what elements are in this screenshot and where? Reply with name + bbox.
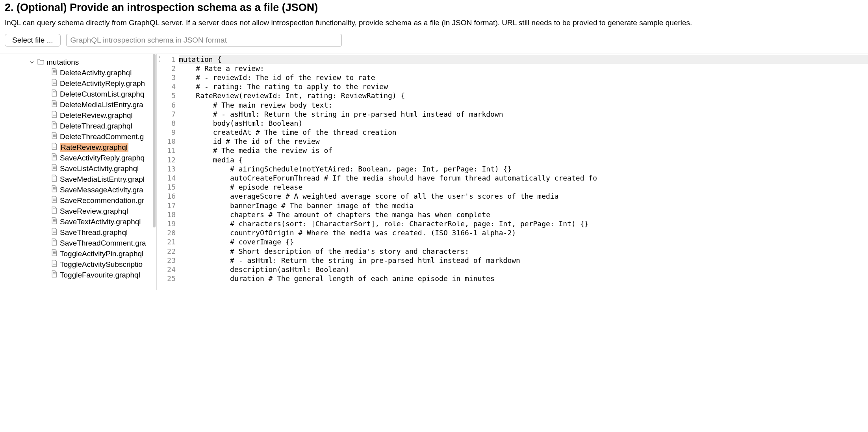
- tree-item-label: DeleteThread.graphql: [60, 122, 132, 130]
- code-editor-pane[interactable]: 1234567891011121314151617181920212223242…: [162, 54, 868, 290]
- line-number: 14: [162, 173, 176, 182]
- file-icon: [51, 132, 57, 142]
- tree-item-label: SaveReview.graphql: [60, 207, 128, 216]
- tree-item[interactable]: DeleteThreadComment.g: [0, 132, 156, 142]
- code-line[interactable]: # The media the review is of: [179, 146, 868, 155]
- schema-file-input[interactable]: [66, 34, 342, 47]
- line-number: 9: [162, 128, 176, 137]
- code-line[interactable]: # - reviewId: The id of the review to ra…: [179, 73, 868, 82]
- tree-item-label: SaveActivityReply.graphq: [60, 154, 145, 162]
- code-line[interactable]: RateReview(reviewId: Int, rating: Review…: [179, 91, 868, 100]
- file-icon: [51, 164, 57, 173]
- line-number: 7: [162, 110, 176, 119]
- tree-item[interactable]: SaveThreadComment.gra: [0, 238, 156, 249]
- tree-item-label: SaveMessageActivity.gra: [60, 186, 143, 194]
- file-icon: [51, 68, 57, 78]
- tree-item[interactable]: SaveMessageActivity.gra: [0, 185, 156, 196]
- code-line[interactable]: # episode release: [179, 182, 868, 192]
- tree-item[interactable]: ToggleActivityPin.graphql: [0, 249, 156, 259]
- file-icon: [51, 196, 57, 205]
- code-line[interactable]: duration # The general length of each an…: [179, 274, 868, 283]
- section-heading: 2. (Optional) Provide an introspection s…: [5, 0, 863, 14]
- pane-splitter[interactable]: ‹ ›: [157, 54, 162, 290]
- main-split-pane: mutations DeleteActivity.graphqlDeleteAc…: [0, 54, 868, 290]
- file-tree-pane[interactable]: mutations DeleteActivity.graphqlDeleteAc…: [0, 54, 157, 290]
- line-number: 19: [162, 219, 176, 228]
- code-content[interactable]: mutation { # Rate a review: # - reviewId…: [179, 54, 868, 290]
- tree-scrollbar[interactable]: [153, 54, 156, 227]
- tree-item[interactable]: SaveRecommendation.gr: [0, 196, 156, 206]
- code-line[interactable]: body(asHtml: Boolean): [179, 119, 868, 128]
- tree-item[interactable]: DeleteReview.graphql: [0, 110, 156, 121]
- chevron-down-icon[interactable]: [30, 60, 35, 65]
- tree-item[interactable]: SaveActivityReply.graphq: [0, 153, 156, 164]
- line-number: 8: [162, 119, 176, 128]
- line-number: 10: [162, 137, 176, 146]
- line-number: 1: [162, 55, 176, 64]
- tree-item[interactable]: ToggleActivitySubscriptio: [0, 259, 156, 270]
- line-number: 24: [162, 265, 176, 274]
- line-number: 6: [162, 101, 176, 110]
- tree-item[interactable]: SaveReview.graphql: [0, 206, 156, 217]
- tree-item[interactable]: SaveTextActivity.graphql: [0, 217, 156, 227]
- line-number: 3: [162, 73, 176, 82]
- chevron-right-icon: ›: [159, 59, 160, 63]
- tree-folder-mutations[interactable]: mutations: [0, 57, 156, 68]
- line-number: 2: [162, 64, 176, 73]
- code-line[interactable]: chapters # The amount of chapters the ma…: [179, 210, 868, 219]
- tree-item-label: SaveMediaListEntry.grapl: [60, 175, 145, 184]
- code-line[interactable]: media {: [179, 155, 868, 164]
- tree-item-label: SaveRecommendation.gr: [60, 196, 144, 205]
- code-line[interactable]: id # The id of the review: [179, 137, 868, 146]
- file-icon: [51, 89, 57, 99]
- file-select-row: Select file ...: [5, 34, 863, 47]
- tree-item[interactable]: DeleteActivity.graphql: [0, 68, 156, 78]
- code-line[interactable]: mutation {: [179, 55, 868, 64]
- code-line[interactable]: # Rate a review:: [179, 64, 868, 73]
- tree-item-label: SaveTextActivity.graphql: [60, 218, 141, 226]
- code-line[interactable]: # characters(sort: [CharacterSort], role…: [179, 219, 868, 228]
- code-line[interactable]: averageScore # A weighted average score …: [179, 192, 868, 201]
- tree-item-label: ToggleFavourite.graphql: [60, 271, 140, 279]
- code-line[interactable]: countryOfOrigin # Where the media was cr…: [179, 228, 868, 237]
- file-icon: [51, 153, 57, 163]
- tree-item-label: DeleteThreadComment.g: [60, 132, 144, 141]
- file-icon: [51, 217, 57, 227]
- tree-item[interactable]: DeleteThread.graphql: [0, 121, 156, 132]
- line-number: 23: [162, 256, 176, 265]
- select-file-button[interactable]: Select file ...: [5, 34, 61, 47]
- line-number: 18: [162, 210, 176, 219]
- code-line[interactable]: createdAt # The time of the thread creat…: [179, 128, 868, 137]
- tree-item[interactable]: SaveListActivity.graphql: [0, 164, 156, 174]
- tree-item[interactable]: ToggleFavourite.graphql: [0, 270, 156, 281]
- line-number: 16: [162, 192, 176, 201]
- tree-item[interactable]: DeleteMediaListEntry.gra: [0, 100, 156, 110]
- code-line[interactable]: # The main review body text:: [179, 101, 868, 110]
- code-line[interactable]: # - rating: The rating to apply to the r…: [179, 82, 868, 91]
- file-icon: [51, 111, 57, 120]
- tree-item[interactable]: RateReview.graphql: [0, 142, 156, 153]
- line-number: 15: [162, 182, 176, 192]
- code-line[interactable]: # coverImage {}: [179, 237, 868, 246]
- tree-item-label: ToggleActivityPin.graphql: [60, 250, 143, 258]
- tree-item-label: DeleteCustomList.graphq: [60, 90, 144, 99]
- tree-item[interactable]: SaveMediaListEntry.grapl: [0, 174, 156, 185]
- tree-item[interactable]: DeleteCustomList.graphq: [0, 89, 156, 100]
- code-line[interactable]: # Short description of the media's story…: [179, 247, 868, 256]
- code-line[interactable]: # airingSchedule(notYetAired: Boolean, p…: [179, 164, 868, 173]
- file-icon: [51, 207, 57, 216]
- tree-item-label: DeleteActivityReply.graph: [60, 79, 145, 88]
- tree-item-label: DeleteActivity.graphql: [60, 69, 132, 77]
- code-line[interactable]: # - asHtml: Return the string in pre-par…: [179, 110, 868, 119]
- code-line[interactable]: # - asHtml: Return the string in pre-par…: [179, 256, 868, 265]
- code-line[interactable]: bannerImage # The banner image of the me…: [179, 201, 868, 210]
- file-icon: [51, 175, 57, 184]
- tree-item[interactable]: DeleteActivityReply.graph: [0, 78, 156, 89]
- file-icon: [51, 238, 57, 248]
- code-line[interactable]: autoCreateForumThread # If the media sho…: [179, 173, 868, 182]
- tree-item-label: ToggleActivitySubscriptio: [60, 260, 143, 269]
- tree-item[interactable]: SaveThread.graphql: [0, 227, 156, 238]
- code-line[interactable]: description(asHtml: Boolean): [179, 265, 868, 274]
- section-description: InQL can query schema directly from Grap…: [5, 18, 863, 28]
- line-number: 4: [162, 82, 176, 91]
